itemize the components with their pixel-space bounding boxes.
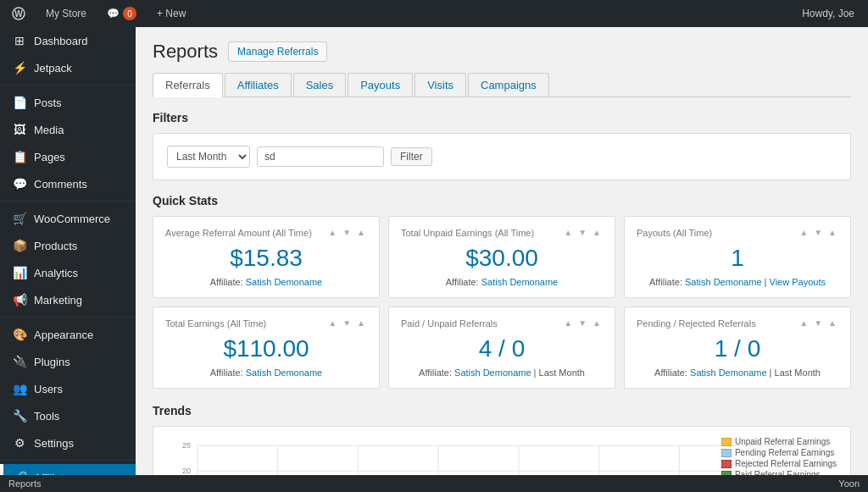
stat-ctrl-expand2[interactable]: ▲ bbox=[591, 227, 603, 238]
sidebar-item-dashboard[interactable]: ⊞ Dashboard bbox=[0, 27, 136, 54]
sidebar-item-tools[interactable]: 🔧 Tools bbox=[0, 402, 136, 429]
sidebar-item-pages[interactable]: 📋 Pages bbox=[0, 143, 136, 170]
footer-bar: Reports Yoon bbox=[0, 475, 868, 492]
stat-title-total: Total Earnings (All Time) bbox=[165, 318, 266, 329]
legend-label-unpaid: Unpaid Referral Earnings bbox=[735, 437, 830, 446]
sidebar-item-label: Users bbox=[34, 383, 63, 395]
affiliate-link-pending[interactable]: Satish Demoname bbox=[690, 368, 767, 378]
stat-card-pending-rejected: Pending / Rejected Referrals ▲ ▼ ▲ 1 / 0… bbox=[624, 307, 851, 389]
stat-ctrl-expand[interactable]: ▲ bbox=[355, 227, 367, 238]
pages-icon: 📋 bbox=[12, 150, 27, 163]
tab-sales[interactable]: Sales bbox=[293, 73, 347, 97]
stat-value-total: $110.00 bbox=[165, 335, 367, 362]
sidebar-item-products[interactable]: 📦 Products bbox=[0, 232, 136, 259]
woo-icon: 🛒 bbox=[12, 212, 27, 225]
sidebar-item-label: Products bbox=[34, 240, 77, 252]
stat-ctrl-expand3[interactable]: ▲ bbox=[826, 227, 838, 238]
sidebar-item-appearance[interactable]: 🎨 Appearance bbox=[0, 321, 136, 348]
stat-card-unpaid: Total Unpaid Earnings (All Time) ▲ ▼ ▲ $… bbox=[388, 216, 615, 298]
stat-ctrl-expand6[interactable]: ▲ bbox=[826, 318, 838, 329]
stat-affiliate-unpaid: Affiliate: Satish Demoname bbox=[401, 277, 603, 287]
stat-value-avg: $15.83 bbox=[165, 245, 367, 272]
sidebar-item-woocommerce[interactable]: 🛒 WooCommerce bbox=[0, 205, 136, 232]
stat-title-payouts: Payouts (All Time) bbox=[637, 228, 712, 238]
tab-payouts[interactable]: Payouts bbox=[348, 73, 413, 97]
tab-visits[interactable]: Visits bbox=[415, 73, 466, 97]
sidebar-item-posts[interactable]: 📄 Posts bbox=[0, 89, 136, 116]
filters-label: Filters bbox=[153, 111, 851, 124]
sidebar-item-marketing[interactable]: 📢 Marketing bbox=[0, 286, 136, 313]
page-title: Reports bbox=[153, 41, 218, 63]
search-filter-input[interactable] bbox=[257, 146, 384, 167]
stat-ctrl-up[interactable]: ▲ bbox=[326, 227, 338, 238]
adminbar-logo[interactable]: W bbox=[7, 0, 31, 27]
sidebar-item-plugins[interactable]: 🔌 Plugins bbox=[0, 348, 136, 375]
filter-button[interactable]: Filter bbox=[391, 147, 432, 166]
filters-row: Last Month This Month Last 7 Days This Y… bbox=[167, 146, 837, 168]
stat-ctrl-down4[interactable]: ▼ bbox=[341, 318, 353, 329]
stat-affiliate-payouts: Affiliate: Satish Demoname | View Payout… bbox=[637, 277, 838, 287]
quick-stats-title: Quick Stats bbox=[153, 194, 851, 207]
legend-rejected: Rejected Referral Earnings bbox=[721, 459, 837, 468]
affiliate-link-payouts[interactable]: Satish Demoname bbox=[685, 277, 762, 287]
filters-section: Filters Last Month This Month Last 7 Day… bbox=[153, 111, 851, 180]
plugins-icon: 🔌 bbox=[12, 355, 27, 368]
stat-value-unpaid: $30.00 bbox=[401, 245, 603, 272]
stat-affiliate-paid-unpaid: Affiliate: Satish Demoname | Last Month bbox=[401, 368, 603, 378]
legend-color-unpaid bbox=[721, 438, 732, 446]
sidebar-item-jetpack[interactable]: ⚡ Jetpack bbox=[0, 54, 136, 81]
stat-ctrl-up2[interactable]: ▲ bbox=[562, 227, 574, 238]
svg-text:W: W bbox=[14, 9, 23, 19]
sidebar: ⊞ Dashboard ⚡ Jetpack 📄 Posts 🖼 Media 📋 … bbox=[0, 27, 136, 492]
stat-ctrl-down5[interactable]: ▼ bbox=[576, 318, 588, 329]
sidebar-item-media[interactable]: 🖼 Media bbox=[0, 116, 136, 143]
sidebar-item-label: Jetpack bbox=[34, 62, 72, 75]
stat-ctrl-down2[interactable]: ▼ bbox=[576, 227, 588, 238]
stat-ctrl-up3[interactable]: ▲ bbox=[798, 227, 810, 238]
stat-ctrl-up5[interactable]: ▲ bbox=[562, 318, 574, 329]
stat-title-pending: Pending / Rejected Referrals bbox=[637, 318, 756, 329]
stat-ctrl-up4[interactable]: ▲ bbox=[326, 318, 338, 329]
stat-ctrl-down3[interactable]: ▼ bbox=[812, 227, 824, 238]
stat-value-paid-unpaid: 4 / 0 bbox=[401, 335, 603, 362]
svg-text:25: 25 bbox=[182, 441, 191, 450]
sidebar-item-settings[interactable]: ⚙ Settings bbox=[0, 429, 136, 456]
affiliate-link-total[interactable]: Satish Demoname bbox=[246, 368, 323, 378]
sidebar-item-label: Tools bbox=[34, 410, 59, 423]
stat-ctrl-up6[interactable]: ▲ bbox=[798, 318, 810, 329]
adminbar-new[interactable]: + New bbox=[152, 0, 191, 27]
sidebar-item-users[interactable]: 👥 Users bbox=[0, 375, 136, 402]
adminbar-comments[interactable]: 💬 0 bbox=[102, 0, 142, 27]
affiliate-link-unpaid[interactable]: Satish Demoname bbox=[481, 277, 559, 287]
date-filter-select[interactable]: Last Month This Month Last 7 Days This Y… bbox=[167, 146, 250, 168]
tab-campaigns[interactable]: Campaigns bbox=[468, 73, 549, 97]
sidebar-item-label: Posts bbox=[34, 97, 62, 109]
legend-label-pending: Pending Referral Earnings bbox=[735, 448, 834, 457]
sidebar-item-label: Media bbox=[34, 124, 64, 136]
svg-text:20: 20 bbox=[182, 467, 191, 475]
sidebar-item-comments[interactable]: 💬 Comments bbox=[0, 170, 136, 197]
stat-ctrl-down6[interactable]: ▼ bbox=[812, 318, 824, 329]
stat-ctrl-expand5[interactable]: ▲ bbox=[591, 318, 603, 329]
legend-unpaid: Unpaid Referral Earnings bbox=[721, 437, 837, 446]
main-content: Reports Manage Referrals Referrals Affil… bbox=[136, 27, 868, 492]
tab-affiliates[interactable]: Affiliates bbox=[225, 73, 292, 97]
posts-icon: 📄 bbox=[12, 96, 27, 109]
stat-affiliate-total: Affiliate: Satish Demoname bbox=[165, 368, 367, 378]
affiliate-link-paid-unpaid[interactable]: Satish Demoname bbox=[454, 368, 531, 378]
adminbar-site-name[interactable]: My Store bbox=[41, 0, 92, 27]
stat-title-unpaid: Total Unpaid Earnings (All Time) bbox=[401, 228, 534, 238]
filters-box: Last Month This Month Last 7 Days This Y… bbox=[153, 133, 851, 180]
manage-referrals-button[interactable]: Manage Referrals bbox=[228, 41, 327, 62]
view-payouts-link[interactable]: View Payouts bbox=[770, 277, 826, 287]
tab-referrals[interactable]: Referrals bbox=[153, 73, 223, 97]
affiliate-link-avg[interactable]: Satish Demoname bbox=[246, 277, 323, 287]
comments-icon: 💬 bbox=[12, 177, 27, 191]
stat-affiliate-avg: Affiliate: Satish Demoname bbox=[165, 277, 367, 287]
sidebar-item-analytics[interactable]: 📊 Analytics bbox=[0, 259, 136, 286]
stat-ctrl-down[interactable]: ▼ bbox=[341, 227, 353, 238]
appearance-icon: 🎨 bbox=[12, 328, 27, 341]
stat-ctrl-expand4[interactable]: ▲ bbox=[355, 318, 367, 329]
page-header: Reports Manage Referrals bbox=[153, 41, 851, 63]
sidebar-item-label: Dashboard bbox=[34, 35, 88, 47]
